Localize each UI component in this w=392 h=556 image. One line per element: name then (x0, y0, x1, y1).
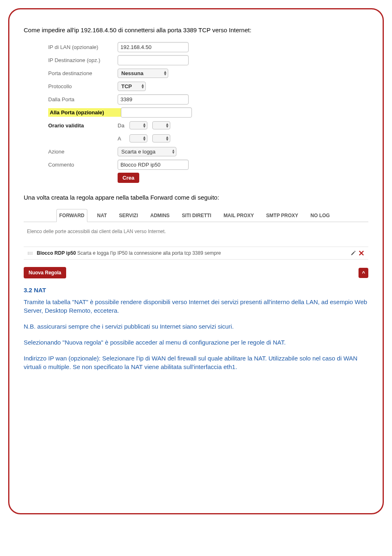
input-dest-ip[interactable] (118, 55, 189, 65)
input-from-port[interactable] (118, 94, 189, 105)
create-button[interactable]: Crea (118, 173, 139, 183)
chevron-updown-icon: ▴▾ (143, 136, 145, 141)
nat-paragraph-2: N.B. assicurarsi sempre che i servizi pu… (24, 322, 368, 331)
section-heading-nat: 3.2 NAT (24, 287, 368, 294)
collapse-button[interactable]: ^ (359, 268, 368, 278)
chevron-updown-icon: ▴▾ (166, 123, 168, 128)
tab-smtp-proxy[interactable]: SMTP PROXY (264, 209, 301, 222)
label-action: Azione (48, 149, 118, 155)
select-validity-da-2[interactable]: ▴▾ (152, 121, 170, 129)
label-to-port: Alla Porta (opzionale) (48, 108, 121, 117)
delete-icon[interactable] (359, 250, 364, 256)
after-form-text: Una volta creata la regola appare nella … (24, 193, 368, 202)
label-dest-port: Porta destinazione (48, 70, 118, 76)
label-a: A (118, 136, 128, 142)
chevron-updown-icon: ▴▾ (166, 136, 168, 141)
edit-icon[interactable] (350, 250, 356, 256)
input-comment[interactable] (118, 160, 189, 170)
select-protocol[interactable]: TCP ▴▾ (118, 82, 146, 91)
tabs-description: Elenco delle porte accessibili dai clien… (24, 225, 368, 247)
tabs-block: FORWARD NAT SERVIZI ADMINS SITI DIRETTI … (24, 209, 368, 222)
chevron-updown-icon: ▴▾ (164, 71, 166, 76)
select-action[interactable]: Scarta e logga ▴▾ (118, 147, 176, 156)
chevron-updown-icon: ▴▾ (172, 149, 174, 154)
page-frame: Come impedire all'ip 192.168.4.50 di con… (8, 8, 384, 514)
select-dest-port[interactable]: Nessuna ▴▾ (118, 69, 168, 78)
chevron-updown-icon: ▴▾ (143, 123, 145, 128)
select-validity-a-2[interactable]: ▴▾ (152, 134, 170, 142)
tab-no-log[interactable]: NO LOG (308, 209, 332, 222)
tab-servizi[interactable]: SERVIZI (117, 209, 140, 222)
nat-paragraph-4: Indirizzo IP wan (opzionale): Selezionar… (24, 354, 368, 371)
input-lan-ip[interactable] (118, 42, 189, 52)
label-from-port: Dalla Porta (48, 96, 118, 102)
select-validity-a-1[interactable]: ▴▾ (129, 134, 147, 142)
tab-admins[interactable]: ADMINS (148, 209, 172, 222)
label-comment: Commento (48, 162, 118, 168)
label-protocol: Protocollo (48, 83, 118, 89)
nat-paragraph-1: Tramite la tabella "NAT" è possibile ren… (24, 298, 368, 315)
rule-text: Blocco RDP ip50 Scarta e logga l'ip IP50… (37, 250, 350, 256)
drag-handle-icon[interactable] (28, 252, 33, 255)
tab-mail-proxy[interactable]: MAIL PROXY (221, 209, 256, 222)
tab-forward[interactable]: FORWARD (56, 209, 87, 222)
input-to-port[interactable] (121, 107, 192, 118)
chevron-updown-icon: ▴▾ (142, 84, 144, 89)
rule-row: Blocco RDP ip50 Scarta e logga l'ip IP50… (24, 247, 368, 260)
select-validity-da-1[interactable]: ▴▾ (129, 121, 147, 129)
label-da: Da (118, 122, 128, 129)
tab-siti-diretti[interactable]: SITI DIRETTI (179, 209, 214, 222)
label-validity: Orario validita (48, 122, 118, 129)
label-lan-ip: IP di LAN (opzionale) (48, 44, 118, 50)
firewall-rule-form: IP di LAN (opzionale) IP Destinazione (o… (48, 42, 212, 183)
label-dest-ip: IP Destinazione (opz.) (48, 57, 118, 63)
tab-nat[interactable]: NAT (95, 209, 109, 222)
intro-text: Come impedire all'ip 192.168.4.50 di con… (24, 26, 368, 34)
chevron-up-icon: ^ (362, 270, 365, 276)
new-rule-button[interactable]: Nuova Regola (24, 267, 66, 278)
nat-paragraph-3: Selezionando "Nuova regola" è possibile … (24, 338, 368, 347)
